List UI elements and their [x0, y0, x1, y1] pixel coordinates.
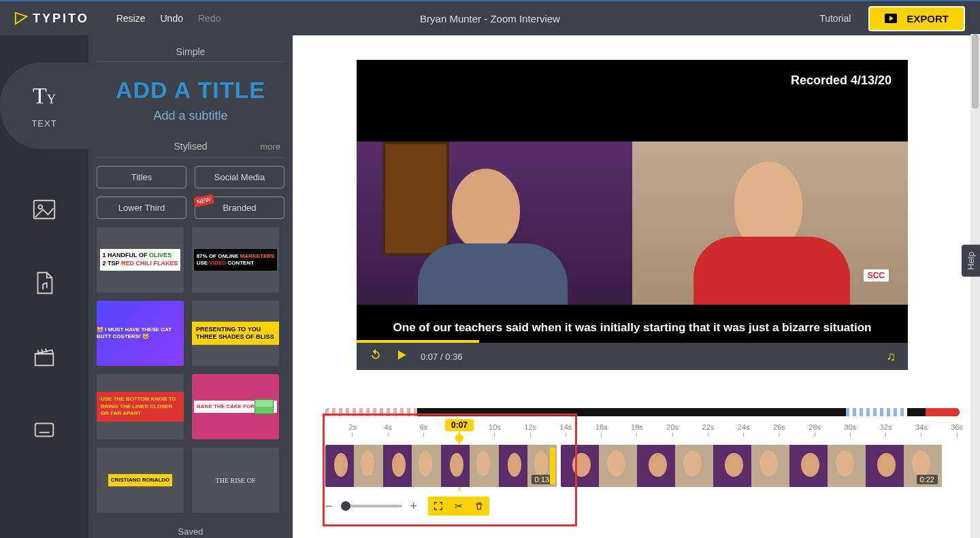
clip-row: 0:13 0:22: [325, 445, 960, 487]
clip[interactable]: 0:22: [561, 445, 942, 487]
tick: 24s: [738, 423, 750, 437]
chip-branded[interactable]: NEW Branded: [195, 197, 284, 219]
tick: 16s: [595, 423, 608, 437]
participant-left: [357, 141, 632, 305]
new-badge: NEW: [193, 194, 214, 207]
svg-marker-6: [398, 350, 406, 359]
saved-status: Saved: [88, 524, 293, 538]
redo-button[interactable]: Redo: [198, 13, 220, 24]
text-icon: TY: [33, 83, 56, 109]
music-button[interactable]: ♫: [887, 350, 896, 364]
svg-marker-0: [16, 13, 27, 24]
tick: 34s: [915, 423, 928, 437]
rail-image[interactable]: [31, 197, 57, 222]
tick: 32s: [880, 423, 892, 437]
playhead-handle[interactable]: [455, 434, 463, 442]
caption-track[interactable]: [325, 408, 960, 416]
image-icon: [31, 197, 57, 222]
template-card[interactable]: USE THE BOTTOM KNOB TO BRING THE LINES C…: [97, 374, 184, 439]
play-button[interactable]: [395, 348, 408, 365]
delete-button[interactable]: [469, 497, 489, 516]
tick: 22s: [702, 423, 715, 437]
tick: 36s: [951, 423, 963, 437]
recorded-overlay: Recorded 4/13/20: [791, 73, 892, 88]
rail-captions[interactable]: [31, 417, 57, 443]
left-rail: TY TEXT: [0, 35, 88, 538]
tick: 6s: [420, 423, 428, 437]
brand-logo[interactable]: TYPITO: [14, 11, 89, 26]
video-frame: SCC: [357, 141, 908, 305]
tick: 14s: [560, 423, 572, 437]
template-card[interactable]: THE RISE OF: [192, 448, 279, 513]
clip-action-bar: ✂: [428, 497, 489, 516]
add-title-template[interactable]: ADD A TITLE: [97, 77, 284, 103]
rail-text-label: TEXT: [31, 118, 56, 129]
player-controls: 0:07 / 0:36 ♫: [357, 343, 908, 370]
project-title[interactable]: Bryan Munter - Zoom Interview: [420, 13, 560, 24]
chip-titles[interactable]: Titles: [97, 166, 186, 188]
time-ruler[interactable]: 2s4s6s8s10s12s14s16s18s20s22s24s26s28s30…: [325, 423, 960, 442]
tick: 18s: [631, 423, 643, 437]
svg-rect-4: [35, 424, 54, 437]
top-bar: TYPITO Resize Undo Redo Bryan Munter - Z…: [0, 0, 980, 35]
brand-text: TYPITO: [33, 12, 89, 26]
tick: 4s: [384, 423, 392, 437]
template-card[interactable]: BAKE THE CAKE FOR 2 MINS: [192, 374, 279, 439]
zoom-in-button[interactable]: +: [410, 499, 418, 514]
resize-button[interactable]: Resize: [116, 13, 146, 24]
template-card[interactable]: 😺 I MUST HAVE THESE CAT BUTT COSTERS! 😺: [97, 301, 184, 366]
playhead-time: 0:07: [445, 419, 474, 431]
time-display: 0:07 / 0:36: [421, 352, 462, 362]
rail-text[interactable]: TY TEXT: [0, 63, 88, 149]
split-button[interactable]: ✂: [448, 497, 469, 516]
tutorial-link[interactable]: Tutorial: [819, 13, 851, 24]
logo-icon: [14, 11, 29, 26]
window-scrollbar[interactable]: [970, 34, 980, 538]
help-tab[interactable]: Help: [962, 245, 980, 277]
canvas-area: Recorded 4/13/20 SCC One of our teachers…: [293, 35, 980, 538]
chip-branded-label: Branded: [223, 203, 256, 213]
clip-duration: 0:13: [532, 475, 553, 484]
template-card[interactable]: 1 HANDFUL OF OLIVES2 TSP RED CHILI FLAKE…: [97, 227, 184, 292]
zoom-out-button[interactable]: −: [325, 499, 333, 514]
add-subtitle-template[interactable]: Add a subtitle: [97, 109, 284, 123]
template-card[interactable]: PRESENTING TO YOU THREE SHADES OF BLISS: [192, 301, 279, 366]
rail-video[interactable]: [31, 343, 57, 369]
zoom-knob[interactable]: [341, 501, 350, 511]
rail-audio[interactable]: [31, 270, 57, 296]
video-preview[interactable]: Recorded 4/13/20 SCC One of our teachers…: [357, 60, 908, 370]
scc-logo: SCC: [864, 269, 889, 282]
tick: 26s: [773, 423, 785, 437]
clip-selected[interactable]: 0:13: [325, 445, 557, 487]
timeline-area: 2s4s6s8s10s12s14s16s18s20s22s24s26s28s30…: [325, 408, 960, 532]
tick: 12s: [524, 423, 536, 437]
tick: 2s: [348, 423, 357, 437]
participant-right: SCC: [632, 141, 908, 305]
caption-icon: [31, 417, 57, 443]
tick: 28s: [808, 423, 821, 437]
chip-social-media[interactable]: Social Media: [195, 166, 284, 188]
scroll-thumb[interactable]: [972, 34, 979, 109]
svg-rect-3: [35, 354, 54, 365]
tick: 20s: [666, 423, 679, 437]
audio-file-icon: [31, 270, 57, 296]
timeline-tools: − + ✂: [325, 497, 489, 516]
top-actions: Resize Undo Redo: [116, 13, 221, 24]
text-panel: Simple ADD A TITLE Add a subtitle Stylis…: [88, 35, 293, 538]
tick: 30s: [845, 423, 857, 437]
export-button[interactable]: EXPORT: [868, 6, 965, 31]
progress-bar[interactable]: [357, 340, 479, 343]
fit-button[interactable]: [428, 497, 448, 516]
undo-button[interactable]: Undo: [160, 13, 182, 24]
template-card[interactable]: 87% OF ONLINE MARKETERS USE VIDEO CONTEN…: [192, 227, 279, 292]
tick: 10s: [489, 423, 501, 437]
restart-button[interactable]: [369, 348, 382, 365]
template-grid: 1 HANDFUL OF OLIVES2 TSP RED CHILI FLAKE…: [97, 227, 284, 513]
zoom-slider[interactable]: [341, 505, 402, 507]
stylised-label: Stylised: [174, 141, 207, 152]
clip-duration: 0:22: [917, 475, 938, 484]
export-play-icon: [885, 14, 897, 23]
template-card[interactable]: CRISTIANO RONALDO: [97, 448, 184, 513]
chip-lower-third[interactable]: Lower Third: [97, 197, 186, 219]
more-link[interactable]: more: [260, 141, 280, 152]
